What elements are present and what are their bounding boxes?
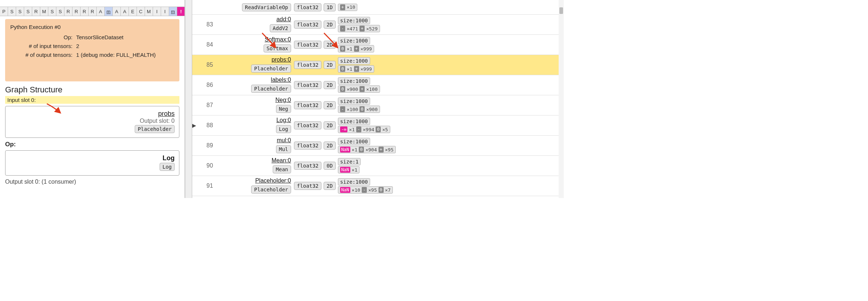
- row-stats: size:1000-×1000×900: [338, 98, 562, 113]
- tensor-row[interactable]: 91Placeholder:0Placeholderfloat322Dsize:…: [192, 176, 564, 196]
- op-heading: Op:: [5, 141, 179, 148]
- timeline-cell[interactable]: S: [48, 7, 56, 16]
- row-stats: size:1000NaN×10-×950×7: [338, 178, 562, 194]
- breakdown-chip: 0×1+×999: [338, 65, 374, 73]
- rank-chip: 0D: [324, 162, 336, 170]
- rank-chip: 2D: [324, 101, 336, 109]
- tensor-row[interactable]: 89mul:0Mulfloat322Dsize:1000NaN×10×904+×…: [192, 136, 564, 156]
- dtype-chip: float32: [294, 21, 321, 29]
- tensor-name-link[interactable]: Softmax:0: [265, 36, 291, 43]
- timeline-cell[interactable]: M: [145, 7, 153, 16]
- row-stats: +×10: [338, 4, 562, 11]
- op-type-chip: Neg: [276, 105, 291, 113]
- size-chip: size:1000: [338, 178, 370, 186]
- timeline-cell[interactable]: M: [40, 7, 48, 16]
- timeline-cell[interactable]: A: [97, 7, 105, 16]
- detail-value: 1 (debug mode: FULL_HEALTH): [76, 51, 174, 59]
- tensor-name-link[interactable]: Neg:0: [275, 97, 291, 103]
- timeline-cell[interactable]: m: [105, 7, 113, 16]
- panel-divider[interactable]: [185, 0, 192, 198]
- row-stats: size:10000×1+×999: [338, 57, 562, 73]
- tensor-row[interactable]: ReadVariableOpfloat321D+×10: [192, 0, 564, 15]
- size-chip: size:1000: [338, 57, 370, 65]
- row-index: 86: [199, 82, 221, 88]
- timeline-cell[interactable]: S: [8, 7, 16, 16]
- timeline-cell[interactable]: !: [177, 7, 185, 16]
- tensor-row[interactable]: ▶88Log:0Logfloat322Dsize:1000-∞×1-×9940×…: [192, 115, 564, 136]
- size-chip: size:1000: [338, 37, 370, 44]
- timeline-cell[interactable]: C: [137, 7, 145, 16]
- tensor-name-link[interactable]: Mean:0: [272, 157, 291, 164]
- breakdown-chip: -×471+×529: [338, 25, 380, 32]
- tensor-row[interactable]: 84Softmax:0Softmaxfloat322Dsize:10000×1+…: [192, 35, 564, 55]
- tensor-name-link[interactable]: Placeholder:0: [255, 177, 291, 184]
- op-type-chip: Mul: [276, 145, 291, 153]
- tensor-row[interactable]: 90Mean:0Meanfloat320Dsize:1NaN×1: [192, 156, 564, 176]
- row-stats: size:10000×900+×100: [338, 77, 562, 93]
- breakdown-chip: -×1000×900: [338, 106, 380, 113]
- timeline-cell[interactable]: A: [121, 7, 129, 16]
- timeline-cell[interactable]: R: [72, 7, 81, 16]
- table-tail-text: gradients/add_grad/Sum:0: [192, 196, 564, 198]
- rank-chip: 2D: [324, 81, 336, 89]
- size-chip: size:1: [338, 158, 361, 165]
- timeline-cell[interactable]: R: [89, 7, 97, 16]
- tensor-row[interactable]: 87Neg:0Negfloat322Dsize:1000-×1000×900: [192, 95, 564, 115]
- detail-row: # of input tensors:2: [10, 42, 174, 51]
- value-tag: +: [360, 86, 365, 92]
- timeline-cell[interactable]: P: [0, 7, 8, 16]
- breakdown-chip: NaN×10-×950×7: [338, 186, 393, 194]
- value-tag: 0: [379, 187, 384, 193]
- timeline-cell[interactable]: S: [24, 7, 32, 16]
- row-names: Placeholder:0Placeholder: [221, 177, 294, 194]
- tensor-name-link[interactable]: mul:0: [277, 137, 291, 144]
- expand-toggle-icon[interactable]: ▶: [192, 122, 199, 128]
- op-type-chip: Placeholder: [251, 85, 291, 93]
- execution-timeline[interactable]: PSSSRMSSRRRRAmAAECMIIm!--RRACRRP: [0, 7, 185, 16]
- row-stats: size:1000-∞×1-×9940×5: [338, 118, 562, 133]
- row-index: 88: [199, 122, 221, 129]
- scrollbar-track[interactable]: [559, 0, 564, 198]
- timeline-cell[interactable]: A: [113, 7, 121, 16]
- op-type-chip: ReadVariableOp: [242, 3, 291, 11]
- timeline-cell[interactable]: E: [129, 7, 137, 16]
- breakdown-chip: NaN×1: [338, 166, 360, 173]
- timeline-cell[interactable]: R: [32, 7, 40, 16]
- value-count: ×1: [347, 46, 353, 52]
- row-names: labels:0Placeholder: [221, 77, 294, 93]
- scrollbar-thumb[interactable]: [559, 7, 563, 14]
- tensor-row[interactable]: 83add:0AddV2float322Dsize:1000-×471+×529: [192, 15, 564, 35]
- value-count: ×100: [366, 87, 377, 92]
- tensor-name-link[interactable]: add:0: [276, 16, 291, 23]
- value-count: ×471: [347, 26, 358, 32]
- rank-chip: 2D: [324, 41, 336, 49]
- timeline-cell[interactable]: S: [16, 7, 24, 16]
- op-node-box[interactable]: Log Log: [5, 150, 179, 176]
- value-count: ×1: [352, 167, 358, 173]
- row-names: probs:0Placeholder: [221, 56, 294, 73]
- timeline-cell[interactable]: I: [161, 7, 169, 16]
- dtype-chip: float32: [294, 3, 321, 11]
- input-node-box[interactable]: probs Output slot: 0 Placeholder: [5, 106, 179, 138]
- row-index: 90: [199, 162, 221, 169]
- timeline-cell[interactable]: S: [56, 7, 64, 16]
- value-tag: 0: [340, 66, 345, 72]
- detail-value: TensorSliceDataset: [76, 33, 174, 42]
- timeline-cell[interactable]: I: [153, 7, 161, 16]
- detail-label: Op:: [10, 33, 76, 42]
- value-tag: +: [354, 46, 359, 52]
- tensor-row[interactable]: 85probs:0Placeholderfloat322Dsize:10000×…: [192, 55, 564, 75]
- op-type-chip: Mean: [273, 165, 291, 173]
- value-tag: 0: [359, 147, 364, 153]
- tensor-name-link[interactable]: Log:0: [276, 117, 291, 124]
- tensor-row[interactable]: 86labels:0Placeholderfloat322Dsize:10000…: [192, 75, 564, 95]
- op-type-chip: Placeholder: [251, 186, 291, 194]
- breakdown-chip: NaN×10×904+×95: [338, 146, 396, 153]
- detail-value: 2: [76, 42, 174, 51]
- tensor-name-link[interactable]: probs:0: [272, 56, 291, 63]
- tensor-name-link[interactable]: labels:0: [271, 77, 291, 83]
- input-node-name[interactable]: probs: [10, 110, 175, 118]
- timeline-cell[interactable]: m: [169, 7, 177, 16]
- timeline-cell[interactable]: R: [81, 7, 89, 16]
- timeline-cell[interactable]: R: [64, 7, 72, 16]
